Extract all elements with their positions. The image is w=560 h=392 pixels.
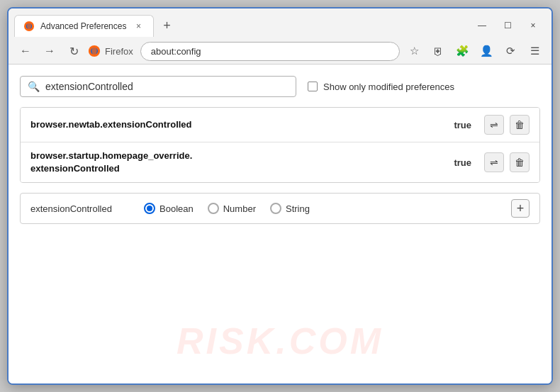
bookmark-icon[interactable]: ☆ — [404, 41, 424, 61]
profile-icon[interactable]: 👤 — [476, 41, 496, 61]
tab-title: Advanced Preferences — [40, 21, 126, 31]
active-tab[interactable]: Advanced Preferences × — [14, 15, 154, 37]
search-input[interactable]: extensionControlled — [45, 81, 289, 92]
modified-only-checkbox[interactable] — [308, 82, 318, 91]
pref-value: true — [454, 120, 471, 130]
tab-close-button[interactable]: × — [132, 20, 145, 33]
number-label: Number — [223, 203, 256, 214]
window-controls: — ☐ × — [472, 18, 546, 33]
reload-button[interactable]: ↻ — [64, 41, 84, 61]
navigation-bar: ← → ↻ Firefox about:config ☆ ⛨ 🧩 👤 ⟳ ☰ — [9, 38, 551, 65]
content-area: RISK.COM 🔍 extensionControlled Show only… — [9, 65, 551, 383]
tab-favicon — [23, 21, 35, 32]
close-button[interactable]: × — [523, 18, 543, 33]
pref-name-line2: extensionControlled — [30, 163, 120, 174]
search-box[interactable]: 🔍 extensionControlled — [20, 76, 296, 97]
boolean-label: Boolean — [159, 203, 194, 214]
boolean-radio-inner — [147, 206, 152, 211]
modified-only-checkbox-row[interactable]: Show only modified preferences — [308, 82, 454, 92]
nav-icon-group: ☆ ⛨ 🧩 👤 ⟳ ☰ — [404, 41, 544, 61]
boolean-radio-option[interactable]: Boolean — [144, 203, 194, 214]
swap-button[interactable]: ⇌ — [484, 152, 504, 172]
extension-icon[interactable]: 🧩 — [452, 41, 472, 61]
forward-button[interactable]: → — [40, 41, 60, 61]
synced-tabs-icon[interactable]: ⟳ — [500, 41, 520, 61]
string-label: String — [286, 203, 310, 214]
string-radio-circle[interactable] — [270, 203, 281, 214]
results-table: browser.newtab.extensionControlled true … — [20, 107, 540, 183]
address-bar[interactable]: about:config — [140, 42, 400, 61]
boolean-radio-circle[interactable] — [144, 203, 155, 214]
number-radio-circle[interactable] — [208, 203, 219, 214]
type-radio-group: Boolean Number String — [144, 203, 497, 214]
pref-value: true — [454, 157, 471, 168]
maximize-button[interactable]: ☐ — [498, 18, 517, 33]
menu-icon[interactable]: ☰ — [525, 41, 544, 61]
firefox-label: Firefox — [105, 46, 133, 57]
row-actions: ⇌ 🗑 — [484, 152, 530, 172]
search-row: 🔍 extensionControlled Show only modified… — [20, 76, 540, 97]
delete-button[interactable]: 🗑 — [510, 115, 530, 135]
table-row: browser.newtab.extensionControlled true … — [21, 108, 539, 142]
search-icon: 🔍 — [28, 81, 40, 92]
minimize-button[interactable]: — — [472, 18, 492, 33]
modified-only-label: Show only modified preferences — [323, 82, 454, 92]
pref-name: browser.startup.homepage_override. exten… — [30, 150, 447, 175]
new-tab-button[interactable]: + — [157, 16, 177, 35]
swap-button[interactable]: ⇌ — [484, 115, 504, 135]
delete-button[interactable]: 🗑 — [510, 152, 530, 172]
table-row: browser.startup.homepage_override. exten… — [21, 142, 539, 182]
shield-icon[interactable]: ⛨ — [428, 41, 448, 61]
title-bar: Advanced Preferences × + — ☐ × — [9, 9, 551, 38]
browser-window: Advanced Preferences × + — ☐ × ← → ↻ Fir… — [7, 7, 553, 385]
pref-name-line1: browser.startup.homepage_override. — [30, 150, 192, 161]
new-pref-name: extensionControlled — [30, 203, 130, 214]
row-actions: ⇌ 🗑 — [484, 115, 530, 135]
add-pref-button[interactable]: + — [511, 199, 530, 218]
firefox-logo-icon — [88, 45, 101, 57]
back-button[interactable]: ← — [16, 41, 35, 61]
address-text: about:config — [151, 46, 201, 57]
watermark: RISK.COM — [177, 320, 383, 362]
string-radio-option[interactable]: String — [270, 203, 310, 214]
pref-name: browser.newtab.extensionControlled — [30, 118, 447, 131]
number-radio-option[interactable]: Number — [208, 203, 256, 214]
add-preference-row: extensionControlled Boolean Number — [20, 193, 540, 224]
